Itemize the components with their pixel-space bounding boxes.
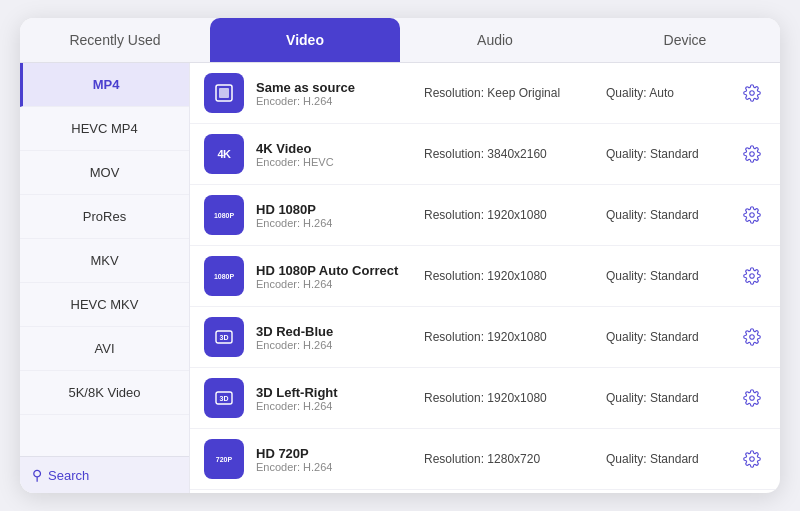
settings-button-1[interactable] xyxy=(738,140,766,168)
format-encoder-5: Encoder: H.264 xyxy=(256,400,412,412)
format-name-6: HD 720P xyxy=(256,446,412,461)
format-icon-3d-rb: 3D xyxy=(204,317,244,357)
format-quality-4: Quality: Standard xyxy=(606,330,726,344)
format-icon-4k: 4K xyxy=(204,134,244,174)
format-icon-1080p: 1080P xyxy=(204,195,244,235)
tab-video[interactable]: Video xyxy=(210,18,400,62)
format-quality-3: Quality: Standard xyxy=(606,269,726,283)
format-name-2: HD 1080P xyxy=(256,202,412,217)
format-info-1080p: HD 1080P Encoder: H.264 xyxy=(256,202,412,229)
format-row-1080p-auto[interactable]: 1080P HD 1080P Auto Correct Encoder: H.2… xyxy=(190,246,780,307)
format-name-3: HD 1080P Auto Correct xyxy=(256,263,412,278)
format-row-1080p[interactable]: 1080P HD 1080P Encoder: H.264 Resolution… xyxy=(190,185,780,246)
format-info-720p: HD 720P Encoder: H.264 xyxy=(256,446,412,473)
settings-button-0[interactable] xyxy=(738,79,766,107)
sidebar-item-mkv[interactable]: MKV xyxy=(20,239,189,283)
format-encoder-0: Encoder: H.264 xyxy=(256,95,412,107)
sidebar-item-mov[interactable]: MOV xyxy=(20,151,189,195)
tab-audio[interactable]: Audio xyxy=(400,18,590,62)
format-resolution-6: Resolution: 1280x720 xyxy=(424,452,594,466)
format-encoder-2: Encoder: H.264 xyxy=(256,217,412,229)
format-resolution-1: Resolution: 3840x2160 xyxy=(424,147,594,161)
settings-button-4[interactable] xyxy=(738,323,766,351)
format-list: Same as source Encoder: H.264 Resolution… xyxy=(190,63,780,493)
format-row-3d-lr[interactable]: 3D 3D Left-Right Encoder: H.264 Resoluti… xyxy=(190,368,780,429)
format-resolution-0: Resolution: Keep Original xyxy=(424,86,594,100)
format-name-5: 3D Left-Right xyxy=(256,385,412,400)
tab-bar: Recently Used Video Audio Device xyxy=(20,18,780,63)
settings-button-5[interactable] xyxy=(738,384,766,412)
svg-text:3D: 3D xyxy=(220,334,229,341)
sidebar: MP4 HEVC MP4 MOV ProRes MKV HEVC MKV AVI… xyxy=(20,63,190,493)
format-icon-3d-lr: 3D xyxy=(204,378,244,418)
format-row-4k[interactable]: 4K 4K Video Encoder: HEVC Resolution: 38… xyxy=(190,124,780,185)
format-icon-1080p-auto: 1080P xyxy=(204,256,244,296)
tab-device[interactable]: Device xyxy=(590,18,780,62)
format-info-3d-lr: 3D Left-Right Encoder: H.264 xyxy=(256,385,412,412)
format-icon-720p: 720P xyxy=(204,439,244,479)
sidebar-item-prores[interactable]: ProRes xyxy=(20,195,189,239)
search-label: Search xyxy=(48,468,89,483)
tab-recently-used[interactable]: Recently Used xyxy=(20,18,210,62)
format-quality-1: Quality: Standard xyxy=(606,147,726,161)
format-row-720p-auto[interactable]: 720P HD 720P Auto Correct Encoder: H.264… xyxy=(190,490,780,493)
format-resolution-4: Resolution: 1920x1080 xyxy=(424,330,594,344)
format-info-1080p-auto: HD 1080P Auto Correct Encoder: H.264 xyxy=(256,263,412,290)
settings-button-6[interactable] xyxy=(738,445,766,473)
sidebar-item-avi[interactable]: AVI xyxy=(20,327,189,371)
settings-button-3[interactable] xyxy=(738,262,766,290)
format-info-same-as-source: Same as source Encoder: H.264 xyxy=(256,80,412,107)
format-row-3d-rb[interactable]: 3D 3D Red-Blue Encoder: H.264 Resolution… xyxy=(190,307,780,368)
search-icon: ⚲ xyxy=(32,467,42,483)
sidebar-item-5k8k[interactable]: 5K/8K Video xyxy=(20,371,189,415)
format-info-3d-rb: 3D Red-Blue Encoder: H.264 xyxy=(256,324,412,351)
format-name-4: 3D Red-Blue xyxy=(256,324,412,339)
format-encoder-6: Encoder: H.264 xyxy=(256,461,412,473)
format-resolution-3: Resolution: 1920x1080 xyxy=(424,269,594,283)
search-button[interactable]: ⚲ Search xyxy=(20,456,189,493)
svg-text:3D: 3D xyxy=(220,395,229,402)
sidebar-item-mp4[interactable]: MP4 xyxy=(20,63,189,107)
sidebar-item-hevc-mkv[interactable]: HEVC MKV xyxy=(20,283,189,327)
format-row-same-as-source[interactable]: Same as source Encoder: H.264 Resolution… xyxy=(190,63,780,124)
settings-button-2[interactable] xyxy=(738,201,766,229)
format-name-1: 4K Video xyxy=(256,141,412,156)
sidebar-item-hevc-mp4[interactable]: HEVC MP4 xyxy=(20,107,189,151)
main-content: MP4 HEVC MP4 MOV ProRes MKV HEVC MKV AVI… xyxy=(20,63,780,493)
main-container: Recently Used Video Audio Device MP4 HEV… xyxy=(20,18,780,493)
format-quality-6: Quality: Standard xyxy=(606,452,726,466)
format-resolution-5: Resolution: 1920x1080 xyxy=(424,391,594,405)
format-row-720p[interactable]: 720P HD 720P Encoder: H.264 Resolution: … xyxy=(190,429,780,490)
format-info-4k: 4K Video Encoder: HEVC xyxy=(256,141,412,168)
format-quality-0: Quality: Auto xyxy=(606,86,726,100)
format-quality-2: Quality: Standard xyxy=(606,208,726,222)
format-quality-5: Quality: Standard xyxy=(606,391,726,405)
format-encoder-4: Encoder: H.264 xyxy=(256,339,412,351)
format-encoder-3: Encoder: H.264 xyxy=(256,278,412,290)
svg-rect-1 xyxy=(219,88,229,98)
format-name-0: Same as source xyxy=(256,80,412,95)
format-resolution-2: Resolution: 1920x1080 xyxy=(424,208,594,222)
format-encoder-1: Encoder: HEVC xyxy=(256,156,412,168)
format-icon-same-as-source xyxy=(204,73,244,113)
